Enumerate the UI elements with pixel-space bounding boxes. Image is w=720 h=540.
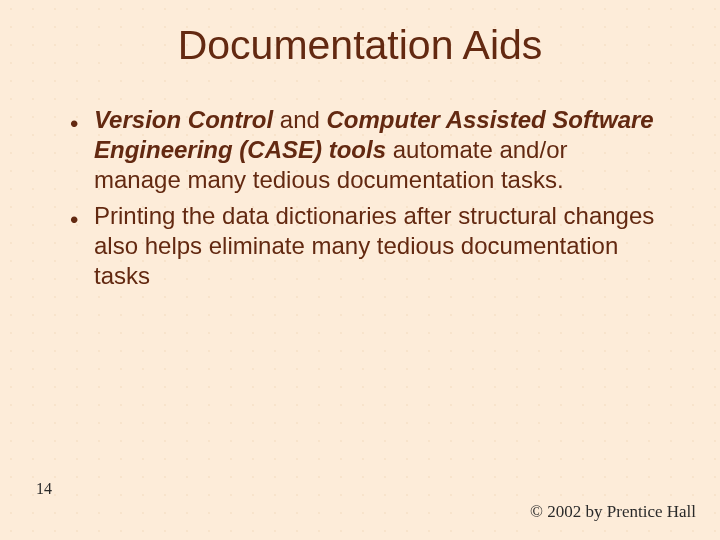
bullet-dot-icon: • bbox=[70, 109, 78, 139]
bullet-1: • Version Control and Computer Assisted … bbox=[94, 105, 660, 195]
bullet-1-run-0: Version Control bbox=[94, 106, 273, 133]
bullet-2: • Printing the data dictionaries after s… bbox=[94, 201, 660, 291]
slide-title: Documentation Aids bbox=[0, 0, 720, 69]
bullet-dot-icon: • bbox=[70, 205, 78, 235]
bullet-1-run-1: and bbox=[273, 106, 326, 133]
bullet-2-run-0: Printing the data dictionaries after str… bbox=[94, 202, 654, 289]
copyright: © 2002 by Prentice Hall bbox=[530, 502, 696, 522]
page-number: 14 bbox=[36, 480, 52, 498]
slide-body: • Version Control and Computer Assisted … bbox=[94, 105, 660, 291]
